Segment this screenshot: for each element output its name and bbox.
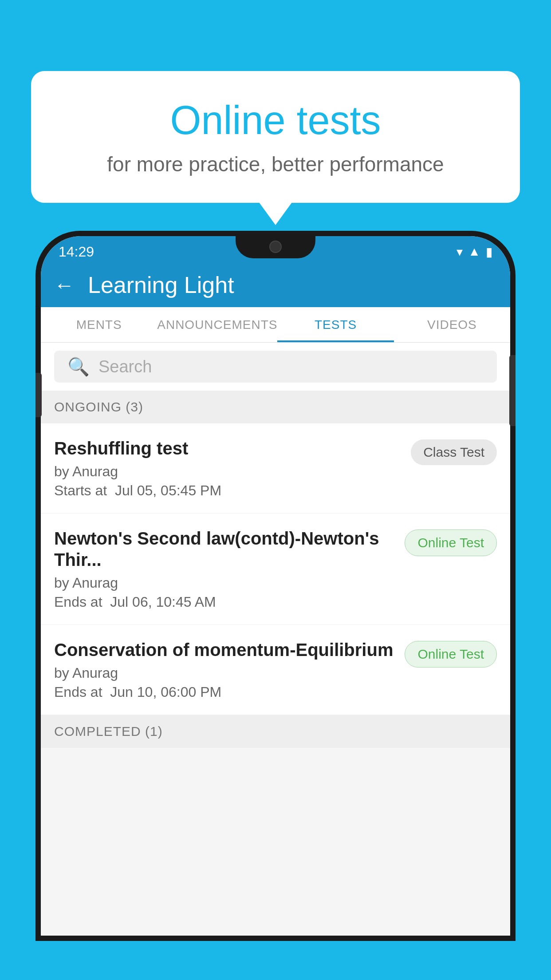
search-container: 🔍 Search [41,343,510,391]
tab-announcements[interactable]: ANNOUNCEMENTS [157,307,277,342]
test-date-2: Ends at Jul 06, 10:45 AM [54,594,396,610]
test-item-3[interactable]: Conservation of momentum-Equilibrium by … [41,625,510,715]
app-bar-title: Learning Light [88,272,234,298]
bubble-subtitle: for more practice, better performance [67,152,484,176]
test-info-3: Conservation of momentum-Equilibrium by … [54,639,405,700]
test-title-2: Newton's Second law(contd)-Newton's Thir… [54,528,396,570]
tab-ments[interactable]: MENTS [41,307,157,342]
power-button [509,355,516,426]
test-item-1[interactable]: Reshuffling test by Anurag Starts at Jul… [41,423,510,514]
tab-videos[interactable]: VIDEOS [394,307,510,342]
phone-wrapper: 14:29 ▾ ▲ ▮ ← Learning Light MENTS ANNOU… [35,231,516,980]
notch [236,236,315,258]
test-item-2[interactable]: Newton's Second law(contd)-Newton's Thir… [41,514,510,625]
test-by-2: by Anurag [54,575,396,591]
app-bar: ← Learning Light [41,263,510,307]
test-title-3: Conservation of momentum-Equilibrium [54,639,396,660]
ongoing-section-header: ONGOING (3) [41,391,510,423]
test-date-3: Ends at Jun 10, 06:00 PM [54,684,396,700]
test-list: Reshuffling test by Anurag Starts at Jul… [41,423,510,715]
search-icon: 🔍 [67,356,90,377]
status-time: 14:29 [59,244,94,260]
bubble-title: Online tests [67,98,484,143]
test-info-2: Newton's Second law(contd)-Newton's Thir… [54,528,405,610]
completed-section-header: COMPLETED (1) [41,715,510,748]
test-badge-2: Online Test [405,530,497,556]
search-input[interactable]: Search [98,357,152,376]
signal-icon: ▲ [468,245,480,259]
search-box[interactable]: 🔍 Search [54,351,497,383]
test-info-1: Reshuffling test by Anurag Starts at Jul… [54,438,411,499]
tab-tests[interactable]: TESTS [277,307,394,342]
test-by-1: by Anurag [54,463,402,480]
speech-bubble: Online tests for more practice, better p… [31,71,520,203]
test-badge-1: Class Test [411,439,497,465]
battery-icon: ▮ [486,245,492,259]
test-title-1: Reshuffling test [54,438,402,459]
phone-screen: 14:29 ▾ ▲ ▮ ← Learning Light MENTS ANNOU… [41,236,510,936]
wifi-icon: ▾ [457,245,463,259]
test-by-3: by Anurag [54,665,396,681]
phone-outer: 14:29 ▾ ▲ ▮ ← Learning Light MENTS ANNOU… [35,231,516,941]
test-badge-3: Online Test [405,641,497,668]
test-date-1: Starts at Jul 05, 05:45 PM [54,482,402,499]
tabs-bar: MENTS ANNOUNCEMENTS TESTS VIDEOS [41,307,510,343]
back-button[interactable]: ← [54,273,75,297]
camera [269,241,282,253]
status-icons: ▾ ▲ ▮ [457,245,492,259]
volume-button [35,373,42,417]
